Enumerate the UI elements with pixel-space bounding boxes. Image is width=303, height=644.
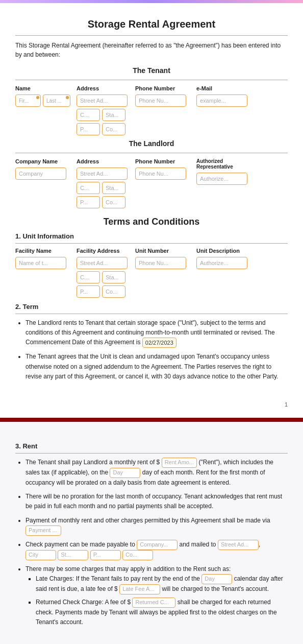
unit-desc[interactable]: Authorize...: [196, 257, 247, 269]
check-street[interactable]: Street Ad...: [218, 540, 259, 550]
check-po[interactable]: P...: [90, 550, 121, 560]
unit-desc-label: Unit Description: [196, 248, 252, 254]
terms-title: Terms and Conditions: [15, 217, 288, 227]
tenant-email[interactable]: example...: [196, 94, 247, 107]
unit-number[interactable]: Phone Nu...: [135, 257, 186, 269]
tenant-street[interactable]: Street Ad...: [77, 94, 128, 107]
landlord-address-group: Address Street Ad... C... Sta... P...: [77, 158, 130, 208]
tenant-section-title: The Tenant: [15, 66, 288, 75]
section1-divider: [15, 243, 288, 244]
facility-city[interactable]: C...: [77, 271, 100, 283]
facility-city-state-row: C... Sta...: [77, 271, 130, 283]
section3-bullet1: The Tenant shall pay Landlord a monthly …: [26, 458, 288, 488]
s3b1-pre: The Tenant shall pay Landlord a monthly …: [26, 459, 160, 466]
tenant-po-co-row: P... Co...: [77, 123, 130, 135]
landlord-address-label: Address: [77, 158, 130, 164]
check-co[interactable]: Co...: [122, 550, 153, 560]
check-state[interactable]: St...: [58, 550, 88, 560]
landlord-section-title: The Landlord: [15, 139, 288, 148]
tenant-phone[interactable]: Phone Nu...: [135, 94, 186, 107]
rent-day[interactable]: Day: [110, 468, 140, 478]
unit-number-group: Unit Number Phone Nu...: [135, 248, 191, 298]
landlord-company-group: Company Name Company: [15, 158, 71, 208]
facility-name-label: Facility Name: [15, 248, 71, 254]
landlord-po-co-row: P... Co...: [77, 196, 130, 208]
tenant-first-name[interactable]: Fir...: [15, 94, 41, 107]
check-city[interactable]: City: [26, 550, 56, 560]
unit-fields-row: Facility Name Name of t... Facility Addr…: [15, 248, 288, 298]
tenant-co[interactable]: Co...: [102, 123, 125, 135]
landlord-auth-group: Authorized Representative Authorize...: [196, 158, 252, 208]
s3sb1-post: will be charged to the Tenant's account.: [162, 585, 269, 592]
facility-po[interactable]: P...: [77, 285, 100, 298]
doc-title: Storage Rental Agreement: [15, 18, 288, 30]
facility-name[interactable]: Name of t...: [15, 257, 66, 269]
tenant-city-state-row: C... Sta...: [77, 109, 130, 121]
rent-amount[interactable]: Rent Amo...: [162, 458, 197, 468]
tenant-state[interactable]: Sta...: [102, 109, 125, 121]
section1-header: 1. Unit Information: [15, 232, 288, 240]
late-fee-amount[interactable]: Late Fee A...: [119, 584, 160, 594]
landlord-city-state-row: C... Sta...: [77, 182, 130, 194]
section3-sub-bullet1: Late Charges: If the Tenant fails to pay…: [36, 574, 288, 594]
s3b4-mid: and mailed to: [180, 541, 216, 548]
page-1: Storage Rental Agreement This Storage Re…: [0, 3, 303, 422]
s3sb1-pre: Late Charges: If the Tenant fails to pay…: [36, 575, 200, 582]
landlord-city[interactable]: C...: [77, 182, 100, 194]
landlord-po[interactable]: P...: [77, 196, 100, 208]
tenant-city[interactable]: C...: [77, 109, 100, 121]
s3sb2-pre: Returned Check Charge: A fee of $: [36, 599, 131, 606]
section3-bullet2: There will be no proration for the last …: [26, 492, 288, 511]
tenant-phone-group: Phone Number Phone Nu...: [135, 85, 191, 135]
landlord-phone[interactable]: Phone Nu...: [135, 168, 186, 180]
section3-divider: [15, 453, 288, 454]
s3b4-pre: Check payment can be made payable to: [26, 541, 135, 548]
unit-number-label: Unit Number: [135, 248, 191, 254]
section3-bullet5: There may be some charges that may apply…: [26, 564, 288, 628]
facility-co[interactable]: Co...: [102, 285, 125, 298]
section2-bullets: The Landlord rents to Tenant that certai…: [15, 318, 288, 381]
title-divider: [15, 35, 288, 36]
payment-method[interactable]: Payment ...: [26, 526, 61, 536]
check-payable-company[interactable]: Company...: [137, 540, 178, 550]
tenant-name-inputs: Fir... Last ...: [15, 94, 71, 107]
landlord-auth[interactable]: Authorize...: [196, 173, 247, 185]
landlord-co[interactable]: Co...: [102, 196, 125, 208]
tenant-email-label: e-Mail: [196, 85, 252, 91]
returned-check-fee[interactable]: Returned C...: [132, 598, 175, 608]
landlord-divider: [15, 153, 288, 153]
landlord-street[interactable]: Street Ad...: [77, 168, 128, 180]
late-charge-day[interactable]: Day: [201, 574, 232, 584]
section3-sub-bullets: Late Charges: If the Tenant fails to pay…: [26, 574, 288, 627]
landlord-phone-label: Phone Number: [135, 158, 191, 164]
commencement-date[interactable]: 02/27/2023: [142, 338, 176, 348]
facility-po-co-row: P... Co...: [77, 285, 130, 298]
page-number: 1: [285, 401, 288, 408]
landlord-company-label: Company Name: [15, 158, 71, 164]
section2-bullet2: The Tenant agrees that the Unit is clean…: [26, 352, 288, 381]
landlord-company[interactable]: Company: [15, 168, 66, 180]
tenant-po[interactable]: P...: [77, 123, 100, 135]
facility-address-group: Facility Address Street Ad... C... Sta..…: [77, 248, 130, 298]
facility-state[interactable]: Sta...: [102, 271, 125, 283]
landlord-auth-label: Authorized Representative: [196, 158, 252, 170]
section2-bullet1: The Landlord rents to Tenant that certai…: [26, 318, 288, 348]
section3-bullet3: Payment of monthly rent and other charge…: [26, 516, 288, 536]
tenant-fields-row: Name Fir... Last ... Address Street Ad..: [15, 85, 288, 135]
tenant-name-label: Name: [15, 85, 71, 91]
facility-name-group: Facility Name Name of t...: [15, 248, 71, 298]
section3-header: 3. Rent: [15, 442, 288, 450]
tenant-last-name[interactable]: Last ...: [43, 94, 70, 107]
tenant-email-group: e-Mail example...: [196, 85, 252, 135]
landlord-phone-group: Phone Number Phone Nu...: [135, 158, 191, 208]
facility-street[interactable]: Street Ad...: [77, 257, 128, 269]
facility-address-label: Facility Address: [77, 248, 130, 254]
landlord-state[interactable]: Sta...: [102, 182, 125, 194]
section3-sub-bullet2: Returned Check Charge: A fee of $ Return…: [36, 598, 288, 627]
unit-desc-group: Unit Description Authorize...: [196, 248, 252, 298]
tenant-address-label: Address: [77, 85, 130, 91]
page-2: 3. Rent The Tenant shall pay Landlord a …: [0, 422, 303, 644]
landlord-fields-row: Company Name Company Address Street Ad..…: [15, 158, 288, 208]
s3b5-pre: There may be some charges that may apply…: [26, 565, 231, 573]
section3-bullets: The Tenant shall pay Landlord a monthly …: [15, 458, 288, 627]
